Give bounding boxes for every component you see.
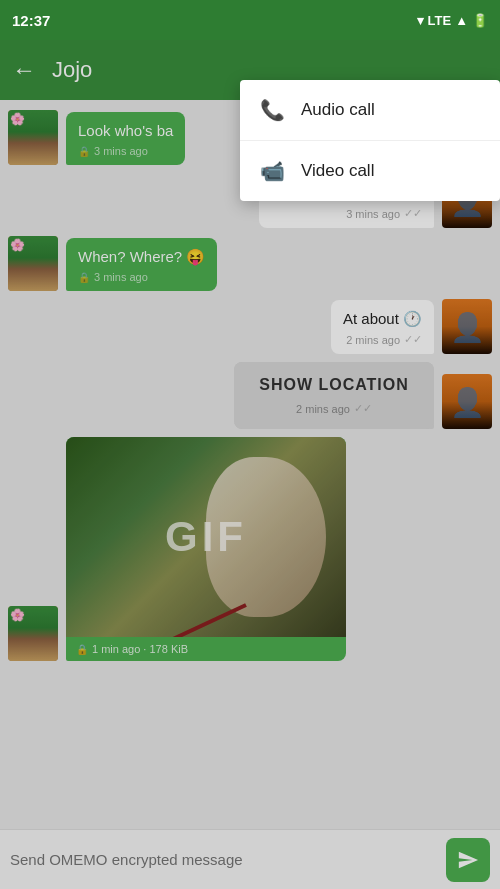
audio-call-label: Audio call [301, 100, 375, 120]
battery-icon: 🔋 [472, 13, 488, 28]
video-call-label: Video call [301, 161, 374, 181]
status-time: 12:37 [12, 12, 50, 29]
phone-icon: 📞 [260, 98, 285, 122]
call-dropdown-menu: 📞 Audio call 📹 Video call [240, 80, 500, 201]
signal-icon: ▲ [455, 13, 468, 28]
wifi-icon: ▾ [417, 13, 424, 28]
video-call-item[interactable]: 📹 Video call [240, 141, 500, 201]
status-icons: ▾ LTE ▲ 🔋 [417, 13, 488, 28]
audio-call-item[interactable]: 📞 Audio call [240, 80, 500, 141]
video-icon: 📹 [260, 159, 285, 183]
status-bar: 12:37 ▾ LTE ▲ 🔋 [0, 0, 500, 40]
header-wrap: ← Jojo 📞 Audio call 📹 Video call [0, 40, 500, 100]
lte-label: LTE [428, 13, 452, 28]
